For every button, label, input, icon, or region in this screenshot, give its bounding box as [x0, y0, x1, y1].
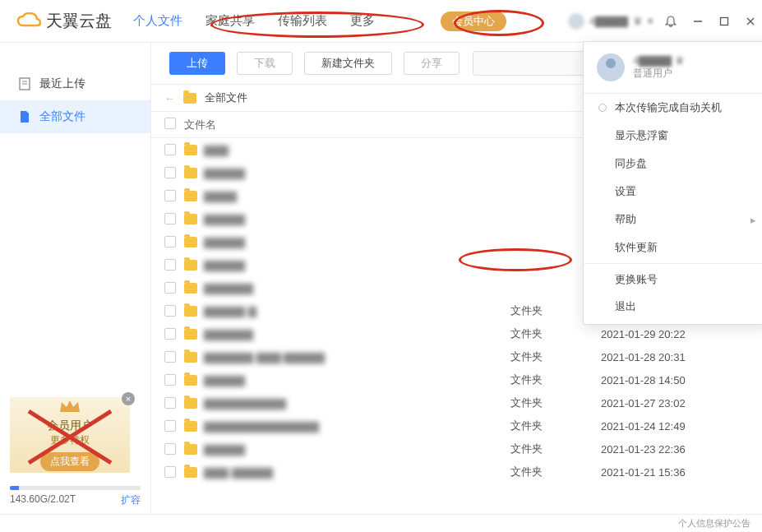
file-name: ▇▇▇▇▇: [204, 167, 245, 179]
file-name-cell[interactable]: ▇▇▇▇▇: [184, 213, 510, 225]
file-name-cell[interactable]: ▇▇▇▇▇▇ ▇▇▇ ▇▇▇▇▇: [184, 351, 510, 363]
dropdown-settings[interactable]: 设置: [584, 178, 762, 206]
dropdown-logout[interactable]: 退出: [584, 293, 762, 321]
folder-icon: [184, 237, 197, 247]
user-mini[interactable]: 4▇▇▇▇ ♛ ▾: [568, 13, 653, 30]
new-folder-button[interactable]: 新建文件夹: [304, 52, 392, 75]
sidebar-item-all[interactable]: 全部文件: [0, 100, 150, 133]
share-button[interactable]: 分享: [404, 52, 460, 75]
main-nav: 个人文件 家庭共享 传输列表 更多: [133, 13, 375, 29]
file-name-cell[interactable]: ▇▇▇▇▇: [184, 374, 510, 386]
dropdown-update[interactable]: 软件更新: [584, 234, 762, 261]
table-row[interactable]: ▇▇▇▇▇文件夹2021-01-23 22:36: [151, 437, 762, 460]
file-name-cell[interactable]: ▇▇▇: [184, 144, 510, 156]
user-mini-name: 4▇▇▇▇: [589, 15, 628, 27]
dropdown-auto-shutdown[interactable]: 本次传输完成自动关机: [584, 94, 762, 122]
minimize-button[interactable]: [693, 16, 703, 26]
maximize-button[interactable]: [719, 16, 729, 26]
file-type: 文件夹: [510, 465, 601, 479]
row-checkbox[interactable]: [164, 305, 176, 317]
file-type: 文件夹: [510, 419, 601, 433]
file-name-cell[interactable]: ▇▇▇▇: [184, 190, 510, 202]
back-icon[interactable]: ←: [164, 92, 175, 104]
table-row[interactable]: ▇▇▇▇▇文件夹2021-01-28 14:50: [151, 368, 762, 391]
table-row[interactable]: ▇▇▇▇▇▇▇▇▇▇文件夹2021-01-27 23:02: [151, 391, 762, 414]
app-name: 天翼云盘: [46, 10, 112, 32]
sidebar-all-label: 全部文件: [39, 109, 85, 124]
download-button[interactable]: 下载: [237, 52, 293, 75]
row-checkbox[interactable]: [164, 282, 176, 294]
nav-personal[interactable]: 个人文件: [133, 13, 182, 29]
folder-icon: [184, 214, 197, 224]
dropdown-switch-account[interactable]: 更换账号: [584, 263, 762, 293]
app-logo: 天翼云盘: [16, 10, 112, 32]
file-icon: [18, 110, 31, 123]
promo-close-icon[interactable]: ×: [122, 392, 135, 405]
row-checkbox[interactable]: [164, 190, 176, 201]
cloud-icon: [16, 12, 41, 30]
bell-icon[interactable]: [665, 16, 677, 27]
upload-button[interactable]: 上传: [169, 52, 225, 75]
file-name-cell[interactable]: ▇▇▇ ▇▇▇▇▇: [184, 466, 510, 479]
folder-icon: [184, 191, 197, 201]
table-row[interactable]: ▇▇▇ ▇▇▇▇▇文件夹2021-01-21 15:36: [151, 460, 762, 483]
row-checkbox[interactable]: [164, 351, 176, 363]
file-time: 2021-01-28 20:31: [601, 351, 749, 363]
file-type: 文件夹: [510, 396, 601, 410]
crown-promo-icon: [58, 399, 81, 415]
folder-icon: [184, 398, 197, 409]
file-name-cell[interactable]: ▇▇▇▇▇: [184, 259, 510, 271]
dropdown-show-float[interactable]: 显示悬浮窗: [584, 122, 762, 150]
quota-text: 143.60G/2.02T: [10, 493, 76, 507]
privacy-link[interactable]: 个人信息保护公告: [678, 517, 750, 530]
file-name-cell[interactable]: ▇▇▇▇▇▇▇▇▇▇▇▇▇▇: [184, 420, 510, 433]
folder-icon: [183, 93, 196, 104]
row-checkbox[interactable]: [164, 236, 176, 247]
row-checkbox[interactable]: [164, 144, 176, 155]
row-checkbox[interactable]: [164, 213, 176, 224]
select-all-checkbox[interactable]: [164, 118, 176, 129]
dropdown-user-info: 4▇▇▇▇ ♛ 普通用户: [584, 42, 762, 94]
file-name-cell[interactable]: ▇▇▇▇▇▇: [184, 282, 510, 294]
nav-transfer[interactable]: 传输列表: [278, 13, 327, 29]
row-checkbox[interactable]: [164, 397, 176, 409]
row-checkbox[interactable]: [164, 374, 176, 386]
quota-expand-link[interactable]: 扩容: [121, 493, 141, 507]
title-bar: 天翼云盘 个人文件 家庭共享 传输列表 更多 会员中心 4▇▇▇▇ ♛ ▾: [0, 0, 762, 43]
breadcrumb-root[interactable]: 全部文件: [205, 90, 247, 105]
folder-icon: [184, 375, 197, 386]
avatar-icon: [597, 53, 625, 81]
folder-icon: [184, 352, 197, 363]
row-checkbox[interactable]: [164, 443, 176, 455]
avatar-icon: [568, 13, 584, 30]
row-checkbox[interactable]: [164, 167, 176, 178]
row-checkbox[interactable]: [164, 466, 176, 478]
sidebar-item-recent[interactable]: 最近上传: [0, 67, 150, 100]
row-checkbox[interactable]: [164, 259, 176, 271]
file-time: 2021-01-27 23:02: [601, 397, 749, 409]
close-button[interactable]: [746, 16, 755, 26]
file-name-cell[interactable]: ▇▇▇▇▇▇▇▇▇▇: [184, 397, 510, 409]
quota-panel: 143.60G/2.02T 扩容: [0, 481, 150, 514]
file-name-cell[interactable]: ▇▇▇▇▇: [184, 236, 510, 248]
promo-button[interactable]: 点我查看: [40, 452, 99, 471]
file-name: ▇▇▇▇▇▇▇▇▇▇: [204, 397, 286, 409]
dropdown-help[interactable]: 帮助▸: [584, 206, 762, 234]
table-row[interactable]: ▇▇▇▇▇▇文件夹2021-01-29 20:22: [151, 322, 762, 345]
file-name-cell[interactable]: ▇▇▇▇▇: [184, 443, 510, 456]
row-checkbox[interactable]: [164, 420, 176, 432]
file-name-cell[interactable]: ▇▇▇▇▇▇: [184, 328, 510, 340]
member-center-button[interactable]: 会员中心: [441, 12, 506, 31]
row-checkbox[interactable]: [164, 328, 176, 340]
file-name-cell[interactable]: ▇▇▇▇▇: [184, 167, 510, 179]
table-row[interactable]: ▇▇▇▇▇▇▇▇▇▇▇▇▇▇文件夹2021-01-24 12:49: [151, 414, 762, 437]
file-name-cell[interactable]: ▇▇▇▇▇ ▇: [184, 305, 510, 317]
file-name: ▇▇▇▇▇: [204, 213, 245, 225]
file-name: ▇▇▇▇▇: [204, 236, 245, 248]
col-name[interactable]: 文件名: [184, 118, 510, 132]
dropdown-sync-disk[interactable]: 同步盘: [584, 150, 762, 178]
nav-more[interactable]: 更多: [350, 13, 375, 29]
folder-icon: [184, 329, 197, 340]
table-row[interactable]: ▇▇▇▇▇▇ ▇▇▇ ▇▇▇▇▇文件夹2021-01-28 20:31: [151, 345, 762, 368]
nav-family[interactable]: 家庭共享: [206, 13, 255, 29]
